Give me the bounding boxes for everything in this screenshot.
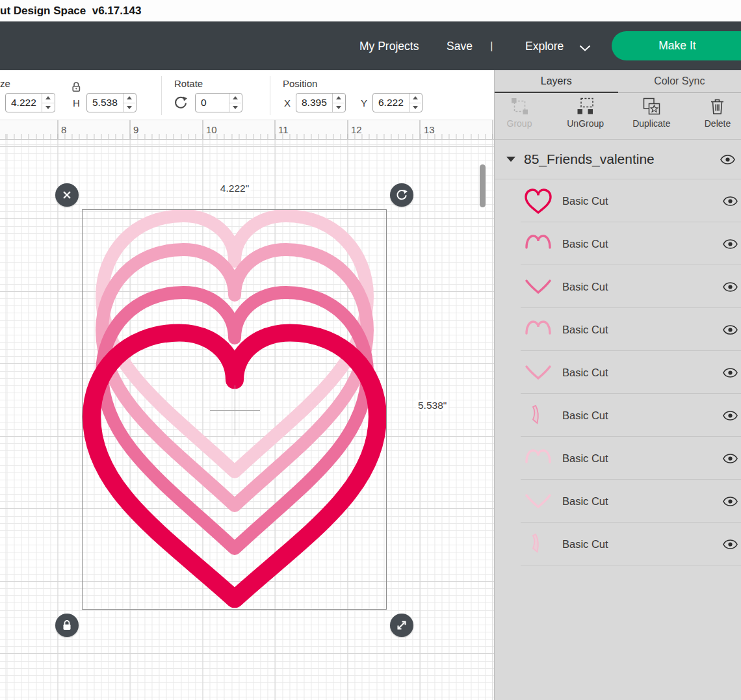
layer-visibility-toggle[interactable] xyxy=(722,196,738,207)
ruler-tick-label: 13 xyxy=(424,124,435,135)
y-input-group xyxy=(372,93,422,112)
layer-label: Basic Cut xyxy=(562,538,608,551)
layer-label: Basic Cut xyxy=(562,452,608,465)
layer-row[interactable]: Basic Cut xyxy=(495,523,741,565)
layer-label: Basic Cut xyxy=(562,409,608,422)
layer-row[interactable]: Basic Cut xyxy=(495,265,741,308)
layer-visibility-toggle[interactable] xyxy=(722,324,738,335)
rotate-step-up[interactable] xyxy=(229,94,241,103)
nav-divider: | xyxy=(490,40,493,53)
layer-list: Basic Cut Basic Cut xyxy=(495,179,741,565)
layer-visibility-toggle[interactable] xyxy=(722,539,738,550)
group-button[interactable]: Group xyxy=(500,97,539,139)
ruler-tick-label: 10 xyxy=(206,124,217,135)
layer-row[interactable]: Basic Cut xyxy=(495,394,741,437)
x-input-group xyxy=(296,93,346,112)
delete-label: Delete xyxy=(705,118,731,129)
y-step-down[interactable] xyxy=(410,103,421,112)
layer-row[interactable]: Basic Cut xyxy=(495,222,741,265)
make-it-button[interactable]: Make It xyxy=(612,31,741,60)
ungroup-icon xyxy=(577,97,594,115)
duplicate-button[interactable]: Duplicate xyxy=(632,97,671,139)
height-step-up[interactable] xyxy=(124,94,135,103)
app-title: ut Design Space v6.17.143 xyxy=(0,5,141,18)
lock-handle[interactable] xyxy=(55,614,79,637)
selection-width-label: 4.222" xyxy=(218,183,251,194)
duplicate-label: Duplicate xyxy=(632,118,670,129)
layer-label: Basic Cut xyxy=(562,324,608,336)
design-canvas[interactable]: 4.222" 5.538" xyxy=(0,140,494,700)
height-input[interactable] xyxy=(87,94,123,112)
triangle-down-icon xyxy=(336,106,341,109)
eye-icon xyxy=(722,453,738,464)
group-label: Group xyxy=(507,118,532,129)
layer-label: Basic Cut xyxy=(562,281,608,293)
resize-icon xyxy=(396,619,408,631)
layer-visibility-toggle[interactable] xyxy=(722,367,738,378)
triangle-up-icon xyxy=(233,96,238,99)
delete-button[interactable]: Delete xyxy=(698,97,737,139)
tab-layers[interactable]: Layers xyxy=(495,70,618,92)
layer-visibility-toggle[interactable] xyxy=(722,496,738,507)
width-input[interactable] xyxy=(6,94,42,112)
layers-action-bar: Group UnGroup Duplicat xyxy=(495,93,741,140)
selection-height-label: 5.538" xyxy=(416,400,448,411)
layers-panel: Layers Color Sync Group xyxy=(494,70,741,700)
rotate-input[interactable] xyxy=(196,94,229,112)
save-link[interactable]: Save xyxy=(447,39,473,53)
height-step-down[interactable] xyxy=(124,103,135,112)
layer-thumbnail-arc xyxy=(524,443,552,474)
layer-label: Basic Cut xyxy=(562,238,608,250)
window-titlebar: ut Design Space v6.17.143 xyxy=(0,0,741,21)
toolbar-divider xyxy=(161,76,162,115)
layer-row[interactable]: Basic Cut xyxy=(495,480,741,523)
triangle-up-icon xyxy=(127,96,132,99)
deselect-handle[interactable] xyxy=(55,183,79,207)
lock-aspect-icon[interactable] xyxy=(71,81,82,95)
rotate-handle[interactable] xyxy=(390,183,413,207)
rotate-input-group xyxy=(195,93,242,112)
layer-label: Basic Cut xyxy=(562,495,608,508)
x-step-up[interactable] xyxy=(333,94,344,103)
ungroup-button[interactable]: UnGroup xyxy=(566,97,605,139)
resize-handle[interactable] xyxy=(390,614,413,637)
layer-thumbnail-vee xyxy=(524,357,552,388)
chevron-down-icon[interactable] xyxy=(579,43,591,55)
group-name: 85_Friends_valentine xyxy=(524,151,655,167)
size-label: ze xyxy=(0,78,10,89)
layer-visibility-toggle[interactable] xyxy=(722,410,738,421)
my-projects-link[interactable]: My Projects xyxy=(359,39,419,53)
layer-row[interactable]: Basic Cut xyxy=(495,308,741,351)
panel-tabs: Layers Color Sync xyxy=(495,70,741,93)
width-step-down[interactable] xyxy=(42,103,54,112)
position-label: Position xyxy=(283,78,317,89)
rotate-step-down[interactable] xyxy=(229,103,241,112)
y-step-up[interactable] xyxy=(410,94,421,103)
layer-thumbnail-heart xyxy=(524,185,552,216)
tab-layers-label: Layers xyxy=(541,75,572,87)
width-step-up[interactable] xyxy=(42,94,54,103)
ruler-tick-label: 12 xyxy=(351,124,362,135)
rotate-icon[interactable] xyxy=(173,95,188,113)
layer-visibility-toggle[interactable] xyxy=(722,281,738,292)
x-step-down[interactable] xyxy=(333,103,344,112)
height-label: H xyxy=(73,97,80,109)
canvas-vertical-scrollbar[interactable] xyxy=(480,164,486,207)
collapse-triangle-icon[interactable] xyxy=(506,157,515,162)
y-position-input[interactable] xyxy=(373,94,409,112)
group-visibility-toggle[interactable] xyxy=(720,154,736,165)
explore-menu[interactable]: Explore xyxy=(525,39,564,53)
layer-thumbnail-sliver xyxy=(524,400,552,431)
center-crosshair xyxy=(235,385,235,435)
layer-row[interactable]: Basic Cut xyxy=(495,179,741,222)
layer-row[interactable]: Basic Cut xyxy=(495,437,741,480)
x-position-input[interactable] xyxy=(296,94,332,112)
triangle-down-icon xyxy=(127,106,132,109)
ruler-tick-label: 8 xyxy=(61,124,66,135)
layer-group-header[interactable]: 85_Friends_valentine xyxy=(495,140,741,179)
tab-color-sync[interactable]: Color Sync xyxy=(618,70,741,92)
layer-visibility-toggle[interactable] xyxy=(722,239,738,250)
layer-visibility-toggle[interactable] xyxy=(722,453,738,464)
layer-row[interactable]: Basic Cut xyxy=(495,351,741,394)
eye-icon xyxy=(722,239,738,250)
